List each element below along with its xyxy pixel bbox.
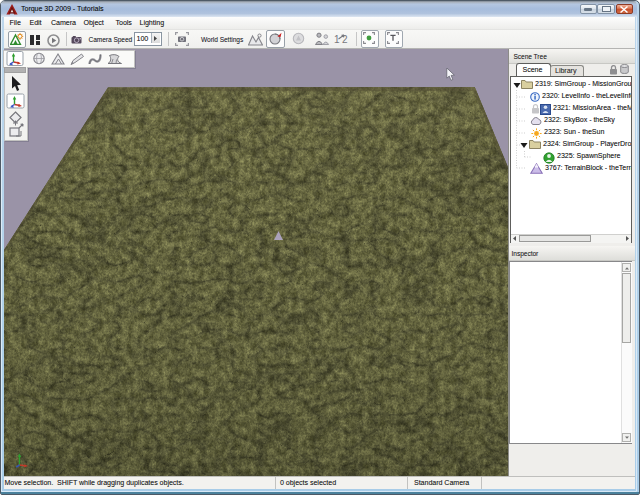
svg-text:1: 1 — [334, 34, 340, 45]
